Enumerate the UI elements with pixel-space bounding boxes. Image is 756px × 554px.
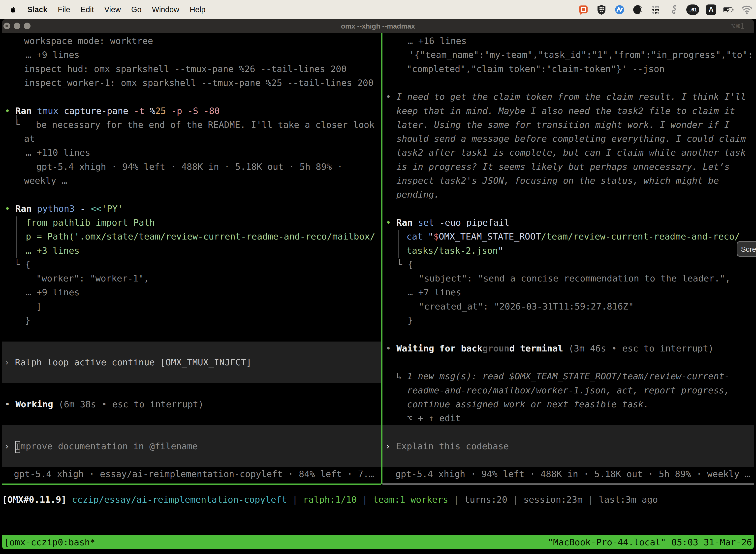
- text-segment: "completed","claim_token":"claim-token"}…: [406, 64, 665, 74]
- shield-icon[interactable]: [596, 4, 607, 15]
- terminal-line: "worker": "worker-1",: [36, 272, 149, 285]
- text-segment: /team/review-current-readme-and-reco/: [541, 231, 740, 241]
- text-segment: -euo pipefail: [434, 217, 509, 228]
- text-segment: gpt-5.4 xhigh · essay/ai-reimplementatio…: [14, 469, 374, 479]
- text-segment: inspect_worker-1: omx sparkshell --tmux-…: [24, 78, 374, 88]
- screen-share-button[interactable]: Scre: [737, 241, 756, 257]
- terminal-line: from pathlib import Path: [26, 216, 155, 230]
- terminal-line: … +9 lines: [26, 48, 80, 62]
- terminal-line: }: [25, 314, 30, 327]
- text-segment: python3: [37, 204, 75, 214]
- terminal-line: • I need to get the claim token from the…: [386, 90, 746, 104]
- text-segment: weekly …: [24, 175, 67, 186]
- screen: Slack File Edit View Go Window Help: [0, 0, 756, 554]
- text-segment: |: [583, 494, 599, 505]
- wifi-icon[interactable]: [741, 4, 753, 15]
- omx-status-line: [OMX#0.11.9] cczip/essay/ai-reimplementa…: [2, 493, 658, 507]
- apple-icon[interactable]: [9, 5, 17, 14]
- terminal-line: "completed","claim_token":"claim-token"}…: [406, 62, 665, 76]
- text-segment: ": [498, 245, 503, 256]
- tmux-status-bar: [omx-cczip0:bash* "MacBook-Pro-44.local"…: [2, 535, 754, 549]
- text-segment: (3m 46s • esc to interrupt): [563, 343, 713, 353]
- pulse-icon[interactable]: [614, 4, 625, 15]
- text-segment: … +9 lines: [26, 287, 80, 297]
- text-cursor: I: [15, 441, 20, 453]
- menu-item-view[interactable]: View: [104, 5, 121, 14]
- menu-item-app[interactable]: Slack: [27, 5, 47, 14]
- text-segment: Ran: [396, 217, 418, 228]
- dots-grid-icon[interactable]: [650, 4, 662, 15]
- pane-border-right: [382, 484, 754, 485]
- prompt-input[interactable]: › Improve documentation in @filename: [4, 439, 198, 453]
- chat-icon[interactable]: [578, 4, 589, 15]
- text-segment: inspect_hud: omx sparkshell --tmux-pane …: [24, 64, 346, 74]
- terminal-line: ⌥ + ↑ edit: [407, 411, 461, 425]
- text-segment: tmux: [37, 106, 59, 116]
- text-segment: turns:20: [464, 494, 507, 505]
- text-segment: … +16 lines: [407, 36, 466, 46]
- tmux-session-label[interactable]: [omx-cczip0:bash*: [4, 535, 95, 549]
- menu-item-go[interactable]: Go: [131, 5, 141, 14]
- snake-icon[interactable]: [668, 4, 680, 15]
- text-segment: team:1 workers: [373, 494, 448, 505]
- text-segment: is in progress? It seems likely but perh…: [396, 162, 730, 172]
- text-segment: inspect task2's JSON, focusing on the st…: [396, 175, 719, 186]
- battery-percent-badge[interactable]: ..61: [686, 4, 699, 15]
- terminal-line: }: [407, 314, 413, 327]
- text-segment: "created_at": "2026-03-31T11:59:27.816Z": [419, 301, 634, 312]
- text-segment: %: [145, 106, 155, 116]
- text-segment: ralph:1/10: [303, 494, 357, 505]
- terminal-line: • Ran python3 - <<'PY': [5, 202, 123, 216]
- text-segment: '{"team_name":"my-team","task_id":"1","f…: [409, 50, 753, 60]
- text-segment: $: [433, 231, 439, 241]
- terminal-line: "subject": "send a concise recommendatio…: [419, 272, 731, 285]
- crescent-icon[interactable]: [632, 4, 643, 15]
- text-segment: task2 after task1 is complete, but can I…: [396, 148, 746, 158]
- text-segment: tasks/task-2.json: [406, 245, 498, 256]
- text-segment: continue assigned work or next feasible …: [407, 399, 649, 409]
- text-segment: •: [386, 217, 396, 228]
- terminal-line: gpt-5.4 xhigh · essay/ai-reimplementatio…: [14, 467, 374, 481]
- tmux-host-time: "MacBook-Pro-44.local" 05:03 31-Mar-26: [548, 535, 752, 549]
- terminal-line: … +9 lines: [26, 285, 80, 299]
- terminal-line: gpt-5.4 xhigh · 94% left · 488K in · 5.1…: [36, 160, 342, 174]
- tree-connector: [398, 230, 398, 258]
- text-segment: [66, 494, 72, 505]
- terminal-line: └ {: [14, 258, 30, 272]
- menu-items: Slack File Edit View Go Window Help: [0, 5, 205, 14]
- menu-item-help[interactable]: Help: [190, 5, 206, 14]
- text-segment: "subject": "send a concise recommendatio…: [419, 273, 731, 283]
- text-segment: •: [5, 399, 15, 409]
- text-segment: •: [5, 204, 15, 214]
- text-segment: ↳: [396, 371, 407, 381]
- text-segment: OMX_TEAM_STATE_ROOT: [439, 231, 541, 241]
- text-segment: 'PY': [102, 204, 123, 214]
- text-segment: •: [386, 92, 396, 102]
- text-segment: p = Path('.omx/state/team/review-current…: [26, 231, 375, 241]
- text-segment: •: [386, 343, 396, 353]
- menu-item-file[interactable]: File: [58, 5, 70, 14]
- text-segment: Ran: [15, 106, 37, 116]
- terminal-line: gpt-5.4 xhigh · 94% left · 488K in · 5.1…: [395, 467, 750, 481]
- battery-icon[interactable]: [723, 4, 735, 15]
- text-segment: 1 new msg(s): read $OMX_TEAM_STATE_ROOT/…: [407, 371, 730, 381]
- text-segment: readme-and-reco/mailbox/worker-1.json, a…: [407, 385, 730, 395]
- text-segment: groun: [483, 343, 509, 353]
- terminal-line: is in progress? It seems likely but perh…: [396, 160, 730, 174]
- text-segment: |: [507, 494, 523, 505]
- pane-divider[interactable]: [381, 33, 382, 484]
- letter-a-badge[interactable]: A: [706, 4, 716, 15]
- terminal-line: readme-and-reco/mailbox/worker-1.json, a…: [407, 384, 730, 397]
- terminal-line: workspace_mode: worktree: [24, 34, 153, 48]
- text-segment: ›: [385, 441, 396, 451]
- menu-item-edit[interactable]: Edit: [81, 5, 94, 14]
- text-segment: }: [407, 315, 413, 325]
- text-segment: -t: [128, 106, 145, 116]
- text-segment: pending.: [396, 189, 439, 200]
- prompt-suggestion[interactable]: › Explain this codebase: [385, 439, 509, 453]
- text-segment: cat: [406, 231, 423, 241]
- terminal-line: task2 after task1 is complete, but can I…: [396, 146, 746, 160]
- menu-item-window[interactable]: Window: [152, 5, 179, 14]
- text-segment: ›: [4, 441, 15, 451]
- text-segment: at: [24, 133, 35, 144]
